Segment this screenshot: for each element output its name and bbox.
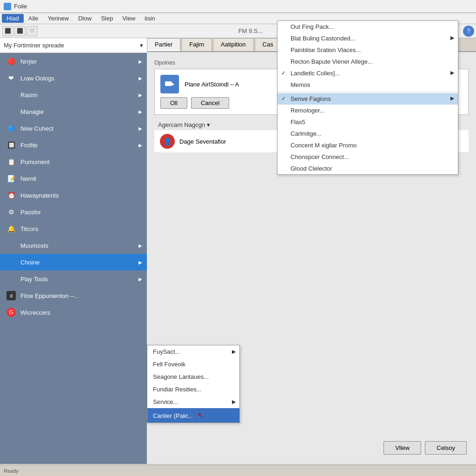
sidebar-item-hawaynatents[interactable]: ⏰ Hawaynatents: [0, 187, 147, 204]
submenu-service[interactable]: Service... ▶: [147, 396, 239, 408]
senve-arrow: ▶: [450, 95, 454, 101]
menu-item-slep[interactable]: Slep: [96, 14, 118, 23]
seagone-lantaues-label: Seagone Lantaues...: [153, 373, 209, 380]
fell-foveoik-label: Fell Foveoik: [153, 361, 185, 368]
help-icon[interactable]: ?: [463, 26, 474, 37]
menu-item-hiad[interactable]: Hiad: [2, 14, 24, 23]
sidebar-label-flow: Flow Eppunienton –...: [20, 292, 79, 299]
frofite-icon: 🔲: [7, 140, 16, 150]
service-arrow: ▶: [232, 399, 236, 405]
sidebar-item-passfor[interactable]: ⚙ Passfor: [0, 204, 147, 220]
sidebar-item-managie[interactable]: Managie ▶: [0, 103, 147, 120]
menu-memos[interactable]: Memos: [278, 79, 458, 91]
menu-chonspcer-connect[interactable]: Chonspcer Connect...: [278, 151, 458, 163]
sidebar-item-pumument[interactable]: 📋 Pumument: [0, 153, 147, 170]
submenu-fell-foveoik[interactable]: Fell Foveoik: [147, 358, 239, 370]
menu-landletic-colles[interactable]: ✓ Landletlc Colles]... ▶: [278, 67, 458, 79]
sidebar-item-flow-eppunienton[interactable]: d Flow Eppunienton –...: [0, 287, 147, 304]
sidebar-label-pumument: Pumument: [20, 159, 50, 165]
view-button[interactable]: Vllew: [383, 441, 421, 455]
titcors-icon: 🔔: [7, 224, 16, 233]
sidebar-item-muumosts[interactable]: Muumosts ▶: [0, 237, 147, 254]
menu-item-iisin[interactable]: iisin: [140, 14, 159, 23]
canlier-pakt-label: Canlier (Pakt...: [153, 412, 193, 419]
arrow-choine: ▶: [139, 260, 142, 265]
oll-button[interactable]: Oll: [160, 97, 187, 109]
submenu-fuysact[interactable]: FuySact... ▶: [147, 345, 239, 358]
concent-label: Concent M xigliar Promo: [291, 142, 357, 149]
fundiar-resities-label: Fundiar Resities...: [153, 386, 202, 393]
sidebar-item-nemit[interactable]: 📝 Nemit: [0, 170, 147, 187]
sidebar-item-frofite[interactable]: 🔲 Frofite ▶: [0, 137, 147, 153]
menu-blat-buling[interactable]: Blat Buling Castonded... ▶: [278, 33, 458, 44]
menu-out-fing-pack[interactable]: Out Fing Pack...: [278, 21, 458, 33]
sidebar-label-play-tools: Play Tools: [20, 276, 48, 283]
sidebar-item-new-cuhect[interactable]: 🔷 New Cuhect ▶: [0, 120, 147, 137]
menu-recton-bapute[interactable]: Recton Bapute Viener Allege...: [278, 56, 458, 67]
sidebar-label-choine: Choine: [20, 259, 40, 266]
landletic-check: ✓: [281, 70, 286, 76]
remologer-label: Remologer...: [291, 107, 325, 114]
arrow-nrjier: ▶: [139, 59, 142, 64]
memos-label: Memos: [291, 81, 311, 88]
app-icon: [4, 3, 11, 10]
menu-flas5[interactable]: Flas5: [278, 116, 458, 128]
flow-icon: d: [7, 291, 16, 300]
arrow-muumosts: ▶: [139, 243, 142, 248]
menu-carlmitge[interactable]: Carlmitge...: [278, 128, 458, 139]
blat-buling-label: Blat Buling Castonded...: [291, 35, 355, 42]
status-text: Ready: [4, 468, 19, 474]
menu-remologer[interactable]: Remologer...: [278, 105, 458, 116]
menu-painblise-sration[interactable]: Painblise Sration Vlaces...: [278, 44, 458, 56]
sidebar-item-rasim[interactable]: Rasim ▶: [0, 86, 147, 103]
passfor-icon: ⚙: [7, 207, 16, 217]
glood-label: Glood Clelector: [291, 165, 332, 172]
celsoy-button[interactable]: Celsoy: [425, 441, 467, 455]
sidebar-item-law-ologs[interactable]: ❤ Lraw Oologs ▶: [0, 70, 147, 86]
submenu-canlier-pakt[interactable]: Canlier (Pakt... ↖: [147, 408, 239, 423]
sidebar-item-wicrессers[interactable]: G Wicrессers: [0, 304, 147, 321]
tab-partier[interactable]: Partier: [147, 38, 180, 51]
status-bar: Ready: [0, 465, 476, 476]
sidebar-label-frofite: Frofite: [20, 142, 38, 149]
sidebar-item-choine[interactable]: Choine ▶: [0, 254, 147, 271]
sidebar-label-muumosts: Muumosts: [20, 242, 48, 249]
view-button-label: Vllew: [395, 444, 410, 451]
sidebar-item-play-tools[interactable]: Play Tools ▶: [0, 271, 147, 287]
menu-item-dlow[interactable]: Dlow: [73, 14, 96, 23]
menu-item-alle[interactable]: Alle: [24, 14, 43, 23]
cursor-pointer: ↖: [198, 411, 204, 419]
sidebar-item-nrjier[interactable]: 🔴 Nrrjier ▶: [0, 53, 147, 70]
muumosts-icon: [7, 241, 16, 250]
sidebar-dropdown[interactable]: My Fortiminer spreade ▾: [0, 38, 147, 53]
landletic-arrow: ▶: [450, 70, 454, 76]
menu-concent-m-xigliar[interactable]: Concent M xigliar Promo: [278, 139, 458, 151]
tab-aatipition[interactable]: Aatipition: [213, 38, 253, 51]
new-cuhect-icon: 🔷: [7, 124, 16, 133]
dialog-icon-label: Plane AirlStoindl – A: [185, 81, 239, 88]
dropdown-arrow-icon: ▾: [140, 42, 143, 49]
choine-submenu: FuySact... ▶ Fell Foveoik Seagone Lantau…: [147, 345, 240, 423]
toolbar-btn-1[interactable]: ⬛: [2, 26, 13, 36]
cancel-button[interactable]: Cancel: [191, 97, 229, 109]
user-avatar: 👤: [160, 134, 175, 149]
menu-glood-clelector[interactable]: Glood Clelector: [278, 163, 458, 174]
bottom-buttons: Vllew Celsoy: [383, 441, 467, 455]
out-fing-pack-label: Out Fing Pack...: [291, 23, 334, 30]
blat-buling-arrow: ▶: [450, 35, 454, 41]
tab-fajim[interactable]: Fajim: [181, 38, 212, 51]
submenu-seagone-lantaues[interactable]: Seagone Lantaues...: [147, 370, 239, 383]
toolbar-btn-2[interactable]: ⬛: [14, 26, 26, 36]
menu-divider-1: [278, 92, 458, 92]
sidebar-label-managie: Managie: [20, 108, 44, 115]
chonspcer-label: Chonspcer Connect...: [291, 153, 349, 160]
fuysact-label: FuySact...: [153, 348, 180, 355]
submenu-fundiar-resities[interactable]: Fundiar Resities...: [147, 383, 239, 396]
menu-item-yerinew[interactable]: Yerinew: [43, 14, 73, 23]
sidebar-item-titcors[interactable]: 🔔 Titcors: [0, 220, 147, 237]
menu-item-view[interactable]: View: [118, 14, 140, 23]
play-tools-icon: [7, 274, 16, 284]
toolbar-btn-3[interactable]: ♡: [26, 26, 38, 36]
menu-senve-fagions[interactable]: ✓ Senve Fagions ▶: [278, 93, 458, 105]
arrow-new-cuhect: ▶: [139, 126, 142, 131]
